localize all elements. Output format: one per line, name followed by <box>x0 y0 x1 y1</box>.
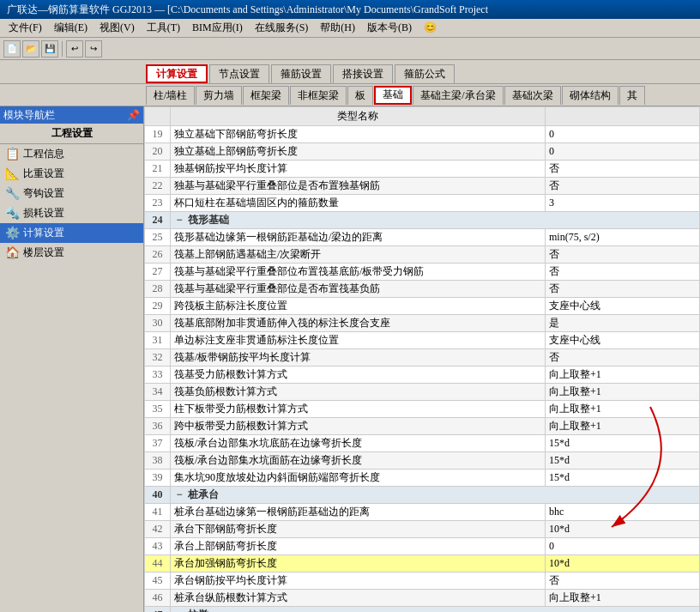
table-row[interactable]: 28 筏基与基础梁平行重叠部位是否布置筏基负筋 否 <box>145 281 700 298</box>
toolbar-save[interactable]: 💾 <box>41 40 58 58</box>
tab-stirrup-formula[interactable]: 箍筋公式 <box>395 64 455 83</box>
menu-version[interactable]: 版本号(B) <box>362 19 417 37</box>
cat-tab-secbeam[interactable]: 基础次梁 <box>504 86 561 105</box>
table-row[interactable]: 36 跨中板带受力筋根数计算方式 向上取整+1 <box>145 418 700 435</box>
cat-tab-other[interactable]: 其 <box>619 86 645 105</box>
row-value[interactable]: bhc <box>546 504 700 521</box>
row-value[interactable]: 10*d <box>546 521 700 538</box>
row-value[interactable]: 10*d <box>546 555 700 573</box>
table-row[interactable]: 24 －筏形基础 <box>145 212 700 229</box>
table-row[interactable]: 45 承台钢筋按平均长度计算 否 <box>145 573 700 590</box>
table-row[interactable]: 38 筏板/承台边部集水坑面筋在边缘弯折长度 15*d <box>145 452 700 470</box>
col-header-value <box>546 107 700 126</box>
row-value[interactable]: 否 <box>546 161 700 178</box>
menu-help[interactable]: 帮助(H) <box>315 19 360 37</box>
toolbar-open[interactable]: 📂 <box>22 40 39 58</box>
sidebar-item-hook[interactable]: 🔧 弯钩设置 <box>0 184 143 203</box>
menu-tools[interactable]: 工具(T) <box>142 19 185 37</box>
sidebar-item-floor[interactable]: 🏠 楼层设置 <box>0 243 143 263</box>
table-row[interactable]: 27 筏基与基础梁平行重叠部位布置筏基底筋/板带受力钢筋 否 <box>145 264 700 281</box>
table-row[interactable]: 39 集水坑90度放坡处边内斜面钢筋端部弯折长度 15*d <box>145 470 700 487</box>
row-value[interactable]: 否 <box>546 246 700 264</box>
table-row[interactable]: 44 承台加强钢筋弯折长度 10*d <box>145 555 700 573</box>
row-value[interactable]: 0 <box>546 126 700 143</box>
toolbar-new[interactable]: 📄 <box>3 40 21 58</box>
menu-edit[interactable]: 编辑(E) <box>49 19 93 37</box>
row-value[interactable]: min(75, s/2) <box>546 229 700 246</box>
row-value[interactable]: 是 <box>546 315 700 332</box>
density-icon: 📐 <box>5 167 20 181</box>
table-row[interactable]: 32 筏基/板带钢筋按平均长度计算 否 <box>145 349 700 367</box>
toolbar: 📄 📂 💾 ↩ ↪ <box>0 38 700 60</box>
table-row[interactable]: 33 筏基受力筋根数计算方式 向上取整+1 <box>145 367 700 384</box>
row-value[interactable]: 否 <box>546 281 700 298</box>
row-name: 桩承台基础边缘第一根钢筋距基础边的距离 <box>171 504 546 521</box>
table-row[interactable]: 47 －柱墩 <box>145 607 700 613</box>
table-row[interactable]: 20 独立基础上部钢筋弯折长度 0 <box>145 143 700 161</box>
row-value[interactable]: 支座中心线 <box>546 298 700 315</box>
table-row[interactable]: 19 独立基础下部钢筋弯折长度 0 <box>145 126 700 143</box>
table-row[interactable]: 25 筏形基础边缘第一根钢筋距基础边/梁边的距离 min(75, s/2) <box>145 229 700 246</box>
row-value[interactable]: 支座中心线 <box>546 332 700 349</box>
row-num: 45 <box>145 573 171 590</box>
row-value[interactable]: 3 <box>546 195 700 212</box>
sidebar-item-project-info[interactable]: 📋 工程信息 <box>0 144 143 164</box>
row-value[interactable]: 0 <box>546 538 700 555</box>
col-header-name: 类型名称 <box>171 107 546 126</box>
row-value[interactable]: 否 <box>546 349 700 367</box>
sidebar-pin-icon[interactable]: 📌 <box>127 109 140 122</box>
cat-tab-masonry[interactable]: 砌体结构 <box>562 86 619 105</box>
main-layout: 模块导航栏 📌 工程设置 📋 工程信息 📐 比重设置 🔧 弯钩设置 🔩 损耗设置… <box>0 106 700 612</box>
row-value[interactable]: 向上取整+1 <box>546 418 700 435</box>
cat-tab-framebeam[interactable]: 框架梁 <box>243 86 289 105</box>
menu-online[interactable]: 在线服务(S) <box>250 19 314 37</box>
sidebar-item-calc[interactable]: ⚙️ 计算设置 <box>0 223 143 243</box>
row-value[interactable]: 否 <box>546 573 700 590</box>
row-value[interactable]: 向上取整+1 <box>546 367 700 384</box>
table-row[interactable]: 42 承台下部钢筋弯折长度 10*d <box>145 521 700 538</box>
menu-bim[interactable]: BIM应用(I) <box>187 19 248 37</box>
tab-stirrup-settings[interactable]: 箍筋设置 <box>271 64 331 83</box>
cat-tab-column[interactable]: 柱/墙柱 <box>146 86 195 105</box>
menu-view[interactable]: 视图(V) <box>94 19 140 37</box>
tab-splice-settings[interactable]: 搭接设置 <box>333 64 393 83</box>
row-value[interactable]: 15*d <box>546 452 700 470</box>
toolbar-undo[interactable]: ↩ <box>66 40 83 58</box>
menu-emoji[interactable]: 😊 <box>419 20 442 36</box>
toolbar-redo[interactable]: ↪ <box>85 40 102 58</box>
row-value[interactable]: 向上取整+1 <box>546 384 700 401</box>
table-row[interactable]: 31 单边标注支座非贯通筋标注长度位置 支座中心线 <box>145 332 700 349</box>
tab-calc-settings[interactable]: 计算设置 <box>146 64 208 83</box>
table-row[interactable]: 37 筏板/承台边部集水坑底筋在边缘弯折长度 15*d <box>145 435 700 452</box>
sidebar-item-loss[interactable]: 🔩 损耗设置 <box>0 203 143 223</box>
table-row[interactable]: 41 桩承台基础边缘第一根钢筋距基础边的距离 bhc <box>145 504 700 521</box>
table-row[interactable]: 29 跨筏板主筋标注长度位置 支座中心线 <box>145 298 700 315</box>
row-value[interactable]: 向上取整+1 <box>546 401 700 418</box>
table-row[interactable]: 22 独基与基础梁平行重叠部位是否布置独基钢筋 否 <box>145 178 700 195</box>
cat-tab-slab[interactable]: 板 <box>347 86 373 105</box>
table-row[interactable]: 21 独基钢筋按平均长度计算 否 <box>145 161 700 178</box>
table-row[interactable]: 34 筏基负筋根数计算方式 向上取整+1 <box>145 384 700 401</box>
menu-file[interactable]: 文件(F) <box>3 19 47 37</box>
tab-node-settings[interactable]: 节点设置 <box>209 64 269 83</box>
table-scroll[interactable]: 类型名称 19 独立基础下部钢筋弯折长度 0 20 独立基础上部钢筋弯折长度 0… <box>144 106 700 612</box>
sidebar-item-density[interactable]: 📐 比重设置 <box>0 164 143 184</box>
cat-tab-nonframebeam[interactable]: 非框架梁 <box>290 86 347 105</box>
table-row[interactable]: 23 杯口短柱在基础墙固区内的箍筋数量 3 <box>145 195 700 212</box>
cat-tab-foundation[interactable]: 基础 <box>374 86 412 105</box>
row-value[interactable]: 0 <box>546 143 700 161</box>
row-value[interactable]: 15*d <box>546 435 700 452</box>
row-value[interactable]: 向上取整+1 <box>546 590 700 607</box>
row-value[interactable]: 否 <box>546 178 700 195</box>
table-row[interactable]: 40 －桩承台 <box>145 487 700 504</box>
table-row[interactable]: 43 承台上部钢筋弯折长度 0 <box>145 538 700 555</box>
cat-tab-foundbeam[interactable]: 基础主梁/承台梁 <box>413 86 503 105</box>
row-value[interactable]: 15*d <box>546 470 700 487</box>
cat-tab-shearwall[interactable]: 剪力墙 <box>196 86 242 105</box>
hook-icon: 🔧 <box>5 186 20 201</box>
row-value[interactable]: 否 <box>546 264 700 281</box>
table-row[interactable]: 46 桩承台纵筋根数计算方式 向上取整+1 <box>145 590 700 607</box>
table-row[interactable]: 30 筏基底部附加非贯通筋伸入筏的标注长度合支座 是 <box>145 315 700 332</box>
table-row[interactable]: 26 筏基上部钢筋遇基础主/次梁断开 否 <box>145 246 700 264</box>
table-row[interactable]: 35 柱下板带受力筋根数计算方式 向上取整+1 <box>145 401 700 418</box>
